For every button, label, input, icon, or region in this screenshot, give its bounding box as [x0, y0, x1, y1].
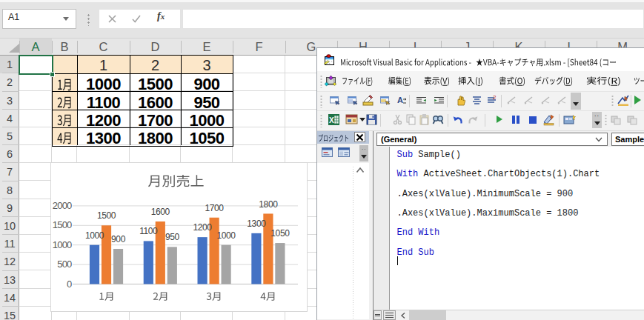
- svg-text:1000: 1000: [85, 230, 104, 241]
- svg-text:2: 2: [493, 94, 497, 101]
- svg-text:2000: 2000: [53, 200, 72, 211]
- svg-text:1000: 1000: [217, 230, 236, 241]
- svg-text:1050: 1050: [270, 228, 290, 239]
- svg-text:0: 0: [67, 279, 72, 290]
- svg-text:1200: 1200: [193, 222, 213, 233]
- svg-text:1500: 1500: [53, 219, 72, 230]
- svg-text:A: A: [397, 96, 403, 104]
- svg-text:1800: 1800: [259, 199, 278, 210]
- svg-text:1300: 1300: [247, 219, 266, 229]
- svg-text:1100: 1100: [139, 226, 158, 236]
- svg-text:500: 500: [57, 259, 72, 270]
- svg-text:950: 950: [165, 232, 180, 242]
- svg-text:X: X: [329, 116, 334, 124]
- svg-text:1500: 1500: [97, 210, 116, 221]
- svg-text:1600: 1600: [151, 207, 170, 217]
- svg-text:900: 900: [111, 234, 126, 244]
- svg-text:1700: 1700: [205, 203, 225, 213]
- svg-text:1000: 1000: [53, 239, 72, 250]
